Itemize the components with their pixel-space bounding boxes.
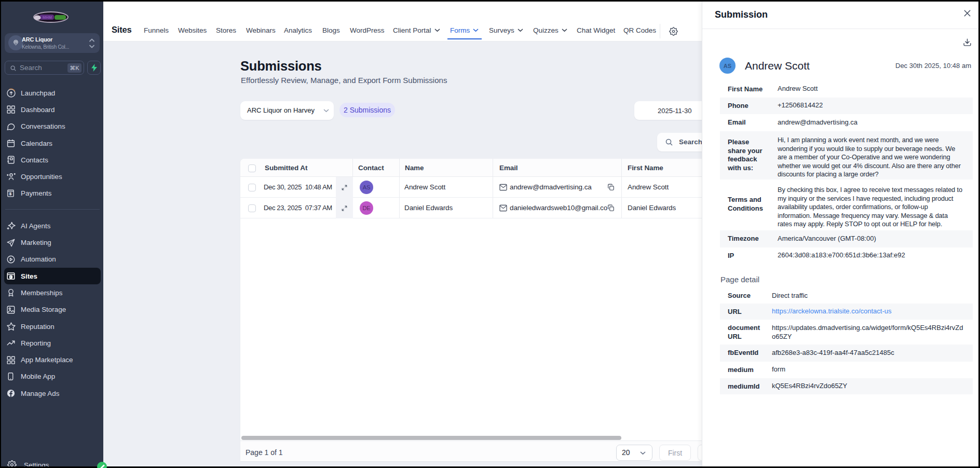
- svg-text:MHM: MHM: [43, 15, 52, 20]
- svg-text:$: $: [9, 192, 12, 197]
- svg-text:$: $: [10, 275, 12, 279]
